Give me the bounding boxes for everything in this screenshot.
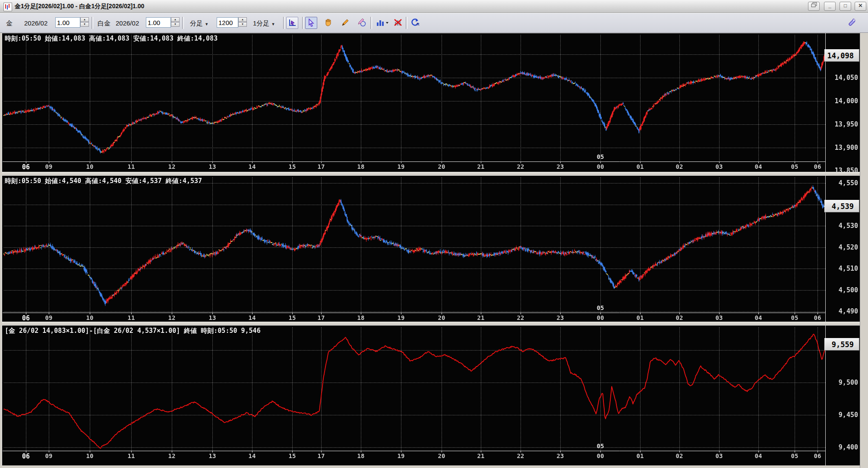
y-axis-label: 9,400 (827, 443, 858, 451)
app-window: { "window": { "title": "金1分足[2026/02]1.0… (0, 0, 868, 468)
x-axis-label: 04 (755, 452, 762, 459)
y-axis-label: 4,550 (827, 179, 858, 187)
x-axis-label: 17 (318, 314, 325, 321)
x-axis-label: 06 (814, 163, 821, 170)
panel-splitter[interactable] (2, 172, 860, 175)
x-axis-label: 22 (517, 163, 524, 170)
bar-count-spinner[interactable]: ▲ ▼ (238, 17, 247, 28)
bar-chart-button[interactable] (374, 17, 391, 29)
platinum-symbol-label: 白金 (98, 19, 110, 28)
panel-splitter[interactable] (2, 322, 860, 325)
x-axis-label: 20 (438, 452, 445, 459)
axis-cursor-button[interactable] (286, 17, 298, 29)
chevron-down-icon: ▼ (271, 22, 275, 26)
x-axis-label: 10 (86, 163, 94, 170)
x-axis-label: 18 (357, 314, 365, 321)
spin-down-icon[interactable]: ▼ (80, 22, 89, 27)
x-axis-label: 14 (249, 314, 256, 321)
minimize-button[interactable]: _ (824, 2, 836, 11)
highlighter-button[interactable] (356, 17, 368, 29)
x-axis-label: 09 (45, 163, 53, 170)
wrench-settings-button[interactable] (846, 17, 858, 29)
window-right-border (860, 33, 868, 468)
x-axis-label: 11 (128, 314, 135, 321)
x-axis-label: 05 (791, 314, 799, 321)
gold-multiplier-input[interactable] (55, 17, 80, 28)
y-axis-label: 13,850 (827, 167, 858, 173)
x-axis-label: 12 (168, 163, 176, 170)
x-axis-label: 19 (398, 452, 405, 459)
gold-chart-panel: 時刻:05:50 始値:14,083 高値:14,083 安値:14,083 終… (2, 33, 861, 173)
platinum-multiplier-spinner[interactable]: ▲ ▼ (171, 17, 180, 28)
x-axis-label: 02 (676, 452, 683, 459)
x-axis-label: 06 (22, 452, 30, 460)
x-axis-label: 03 (716, 163, 723, 170)
gold-chart-canvas[interactable] (2, 33, 860, 172)
x-axis-label: 19 (398, 314, 405, 321)
x-axis-label: 23 (557, 452, 564, 459)
cascade-window-button[interactable] (808, 2, 820, 11)
chevron-down-icon: ▼ (205, 22, 208, 26)
x-axis-label: 21 (477, 163, 485, 170)
x-axis-label: 12 (168, 314, 176, 321)
spin-up-icon[interactable]: ▲ (171, 17, 180, 22)
x-axis-label: 00 (597, 314, 604, 321)
window-bottom-border (0, 465, 860, 468)
date-marker-label: 05 (597, 443, 604, 449)
bar-period-dropdown[interactable]: 1分足 ▼ (253, 19, 275, 28)
spread-chart-panel: [金 26/02 14,083×1.00]-[白金 26/02 4,537×1.… (2, 325, 861, 466)
spin-up-icon[interactable]: ▲ (238, 17, 247, 22)
y-axis-label: 4,520 (827, 243, 858, 251)
x-axis-label: 20 (438, 163, 445, 170)
x-axis-label: 18 (357, 452, 365, 459)
reload-button[interactable]: R (409, 17, 421, 29)
y-axis-label: 4,510 (827, 265, 858, 272)
x-axis-label: 04 (755, 314, 762, 321)
hand-pan-button[interactable] (322, 17, 334, 29)
spin-down-icon[interactable]: ▼ (238, 22, 247, 27)
spin-down-icon[interactable]: ▼ (171, 22, 180, 27)
candlestick-chart-icon (3, 3, 12, 11)
pencil-draw-button[interactable] (339, 17, 351, 29)
platinum-chart-canvas[interactable] (2, 176, 860, 322)
bar-type-dropdown[interactable]: 分足 ▼ (190, 19, 208, 28)
platinum-contract-label: 2026/02 (116, 19, 139, 27)
y-axis-label: 4,490 (827, 307, 858, 315)
clear-chart-button[interactable] (392, 17, 404, 29)
x-axis-label: 06 (22, 314, 30, 322)
x-axis-label: 10 (86, 452, 94, 459)
x-axis-label: 14 (249, 452, 256, 459)
x-axis-label: 15 (289, 314, 296, 321)
spread-info: [金 26/02 14,083×1.00]-[白金 26/02 4,537×1.… (5, 327, 261, 335)
platinum-multiplier-input[interactable] (146, 17, 171, 28)
gold-multiplier-spinner[interactable]: ▲ ▼ (80, 17, 89, 28)
x-axis-label: 22 (517, 452, 524, 459)
spin-up-icon[interactable]: ▲ (80, 17, 89, 22)
svg-text:R: R (417, 22, 420, 26)
x-axis-label: 15 (289, 163, 296, 170)
x-axis-label: 18 (357, 163, 365, 170)
x-axis-label: 17 (318, 163, 325, 170)
gold-contract-label: 2026/02 (24, 19, 47, 27)
x-axis-label: 03 (716, 314, 723, 321)
x-axis-label: 12 (168, 452, 176, 459)
spread-chart-canvas[interactable] (2, 326, 860, 466)
x-axis-label: 09 (45, 452, 53, 459)
toolbar-separator (92, 17, 93, 29)
select-arrow-button[interactable] (305, 17, 317, 29)
bar-count-input[interactable] (217, 17, 238, 28)
toolbar-separator (182, 17, 184, 29)
y-axis-label: 14,000 (827, 97, 858, 105)
x-axis-label: 01 (637, 452, 644, 459)
toolbar-separator (283, 17, 285, 29)
spread-current-value-badge: 9,559 (824, 338, 859, 351)
x-axis-label: 09 (45, 314, 53, 321)
toolbar: 金 2026/02 ▲ ▼ 白金 2026/02 ▲ ▼ 分足 ▼ ▲ ▼ 1分… (0, 13, 868, 33)
close-button[interactable]: ✕ (855, 2, 866, 11)
platinum-chart-panel: 時刻:05:50 始値:4,540 高値:4,540 安値:4,537 終値:4… (2, 175, 861, 323)
x-axis-label: 06 (814, 314, 821, 321)
x-axis-label: 05 (791, 163, 799, 170)
maximize-button[interactable]: □ (840, 2, 851, 11)
gold-symbol-label: 金 (6, 19, 13, 28)
title-bar[interactable]: 金1分足[2026/02]1.00 - 白金1分足[2026/02]1.00 _… (0, 0, 868, 13)
